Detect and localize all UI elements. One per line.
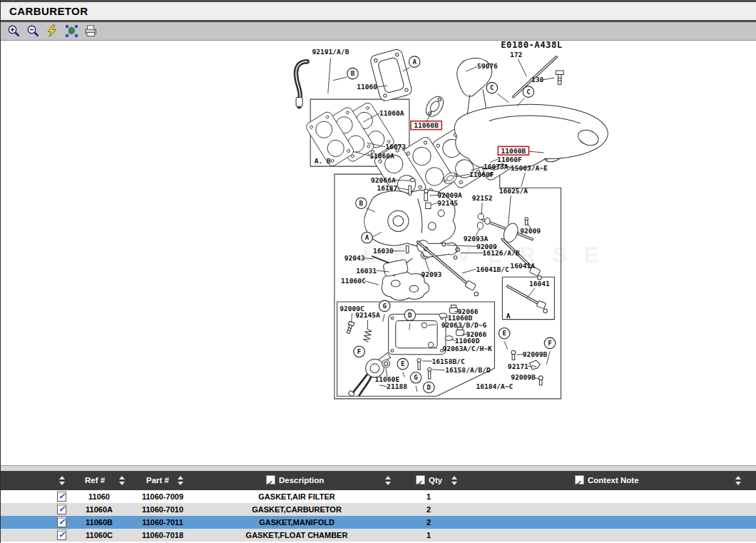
part-label[interactable]: 92191/A/B — [312, 48, 349, 56]
part-label[interactable]: 16158/A/B/D — [445, 366, 491, 374]
svg-text:C: C — [490, 84, 494, 91]
sort-button[interactable] — [59, 476, 66, 485]
callout-letter: A — [362, 232, 373, 243]
description-cell: GASKET,CARBURETOR — [215, 503, 379, 516]
part-label[interactable]: 92063A/C/H~K — [443, 345, 492, 352]
part-label-highlighted[interactable]: 11060B — [501, 147, 526, 155]
part-label[interactable]: 16041A — [510, 262, 535, 270]
part-label[interactable]: 92063/B/D~G — [441, 321, 487, 329]
part-label[interactable]: 11060C — [341, 277, 366, 285]
edit-note-icon[interactable] — [57, 529, 66, 540]
part-label[interactable]: 92145 — [437, 199, 458, 207]
part-label[interactable]: 21188 — [387, 382, 407, 390]
column-header-description[interactable]: Description — [266, 471, 324, 490]
svg-text:E: E — [401, 360, 404, 367]
callout-letter: D — [424, 382, 435, 393]
part-label[interactable]: 15003/A~E — [511, 164, 548, 172]
part-label[interactable]: 11060A — [379, 109, 404, 117]
part-label[interactable]: 92093 — [421, 270, 441, 278]
printer-icon[interactable] — [83, 24, 98, 39]
part-label[interactable]: 11060A — [369, 152, 394, 160]
parts-catalog-window: CARBURETOR LEAVERSE — [0, 0, 756, 543]
diagram-code: E0180-A438L — [501, 41, 562, 50]
description-cell: GASKET,MANIFOLD — [215, 516, 379, 529]
part-label[interactable]: 16184/A~C — [476, 382, 513, 390]
part-label[interactable]: A — [506, 312, 511, 320]
description-cell: GASKET,AIR FILTER — [215, 490, 379, 503]
column-checkbox[interactable] — [575, 475, 584, 484]
part-label[interactable]: 92093A — [464, 235, 489, 243]
context-note-cell — [534, 503, 677, 516]
part-label[interactable]: 92009 — [520, 227, 541, 235]
part-label[interactable]: 16187 — [377, 184, 397, 192]
part-label[interactable]: 59076 — [477, 62, 498, 70]
column-header-ref-[interactable]: Ref # — [85, 471, 105, 490]
edit-note-icon[interactable] — [57, 504, 66, 514]
column-label: Context Note — [588, 476, 639, 484]
context-note-cell — [534, 490, 677, 503]
column-label: Ref # — [85, 476, 105, 484]
part-label[interactable]: 16126/A/B — [483, 249, 520, 257]
part-label[interactable]: 16041B/C — [476, 265, 509, 273]
part-label[interactable]: 92009B — [511, 373, 536, 381]
lightning-icon[interactable] — [45, 24, 59, 39]
description-cell: GASKET,FLOAT CHAMBER — [215, 529, 379, 542]
part-number-cell: 11060-7010 — [126, 503, 200, 516]
zoom-out-icon[interactable] — [26, 24, 40, 39]
table-row[interactable]: 11060B11060-7011GASKET,MANIFOLD2 — [1, 516, 756, 529]
svg-text:D: D — [427, 384, 431, 391]
part-label[interactable]: 11060D — [455, 337, 480, 345]
part-label[interactable]: 172 — [510, 51, 522, 59]
ref-cell: 11060A — [69, 503, 129, 516]
callout-letter: A — [409, 56, 420, 68]
edit-note-icon[interactable] — [57, 491, 66, 502]
part-label[interactable]: 16025/A — [499, 187, 528, 195]
part-label[interactable]: 16030 — [373, 247, 394, 255]
part-label[interactable]: 11060F — [469, 171, 494, 178]
sort-button[interactable] — [178, 476, 184, 485]
part-label[interactable]: 16041 — [529, 280, 550, 288]
part-label[interactable]: 92145A — [355, 311, 380, 319]
part-label[interactable]: 92066A — [371, 176, 396, 184]
callout-letter: B — [356, 198, 367, 209]
table-row[interactable]: 11060C11060-7018GASKET,FLOAT CHAMBER1 — [1, 529, 756, 542]
ref-cell: 11060B — [69, 516, 129, 529]
part-label[interactable]: 16031 — [356, 267, 377, 275]
table-row[interactable]: 11060A11060-7010GASKET,CARBURETOR2 — [1, 503, 756, 516]
column-checkbox[interactable] — [266, 475, 275, 484]
part-label[interactable]: 130 — [531, 76, 544, 83]
callout-letter: G — [379, 300, 390, 312]
sort-button[interactable] — [451, 476, 458, 485]
context-note-cell — [534, 516, 677, 529]
part-label[interactable]: 16073A — [484, 163, 509, 171]
part-label[interactable]: 92171 — [508, 362, 528, 370]
exploded-diagram: LEAVERSE — [1, 41, 756, 465]
ref-cell: 11060C — [69, 529, 129, 542]
part-label[interactable]: 92009B — [523, 351, 548, 359]
part-number-cell: 11060-7009 — [126, 490, 200, 503]
column-header-part-[interactable]: Part # — [146, 471, 169, 490]
part-label[interactable]: 92152 — [472, 194, 493, 202]
qty-cell: 1 — [400, 490, 457, 503]
part-label-highlighted[interactable]: 11060B — [414, 121, 439, 129]
zoom-in-icon[interactable] — [6, 24, 21, 39]
part-label[interactable]: 92009A — [437, 191, 462, 199]
part-label[interactable]: A. B — [315, 157, 331, 165]
column-header-context-note[interactable]: Context Note — [575, 471, 639, 490]
column-header-qty[interactable]: Qty — [416, 471, 442, 490]
part-label[interactable]: 16158B/C — [432, 357, 465, 365]
edit-note-icon[interactable] — [57, 517, 66, 527]
sort-button[interactable] — [385, 476, 392, 485]
part-label[interactable]: 16073 — [385, 143, 406, 151]
sort-button[interactable] — [119, 476, 126, 485]
svg-text:D: D — [408, 312, 412, 319]
part-label[interactable]: 92043 — [344, 254, 365, 262]
svg-text:F: F — [357, 348, 361, 355]
table-row[interactable]: 1106011060-7009GASKET,AIR FILTER1 — [1, 490, 756, 503]
column-checkbox[interactable] — [416, 475, 425, 484]
sort-button[interactable] — [735, 476, 742, 485]
hotspot-icon[interactable] — [64, 24, 78, 39]
column-label: Part # — [146, 476, 169, 484]
qty-cell: 1 — [400, 529, 457, 542]
part-label[interactable]: 11060 — [357, 83, 377, 91]
